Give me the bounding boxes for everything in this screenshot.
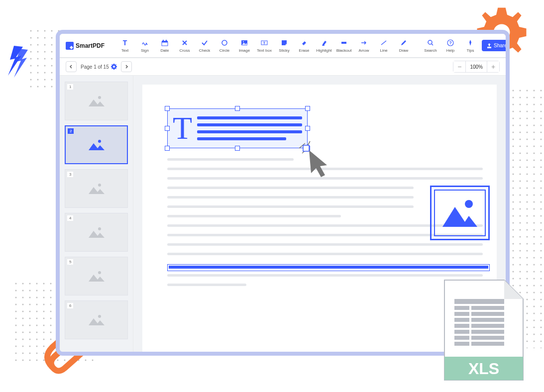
- svg-rect-39: [454, 324, 469, 328]
- svg-rect-36: [471, 312, 504, 316]
- blackout-tool[interactable]: Blackout: [334, 39, 353, 53]
- tool-label: Line: [380, 48, 387, 53]
- svg-point-9: [222, 40, 227, 45]
- sticky-tool[interactable]: Sticky: [275, 39, 294, 53]
- blackout-icon: [340, 39, 347, 47]
- xls-file-badge: XLS: [439, 278, 527, 385]
- sub-toolbar: Page 1 of 15 − 100% +: [60, 58, 506, 76]
- text-tool[interactable]: TText: [115, 39, 134, 53]
- tips-tool[interactable]: Tips: [461, 39, 480, 53]
- text-lines-preview: [197, 116, 302, 140]
- page-thumbnail[interactable]: 3: [65, 169, 128, 208]
- tools-group: TTextSignDateCrossCheckCircleImageTText …: [115, 39, 413, 53]
- zoom-control: − 100% +: [453, 61, 500, 73]
- thumbnail-number: 1: [67, 84, 73, 90]
- tool-label: Check: [199, 48, 211, 53]
- check-tool[interactable]: Check: [195, 39, 214, 53]
- page-thumbnail[interactable]: 4: [65, 213, 128, 252]
- circle-tool[interactable]: Circle: [215, 39, 234, 53]
- page-thumbnail[interactable]: 2: [65, 125, 128, 164]
- svg-text:T: T: [263, 41, 266, 45]
- page-thumbnail[interactable]: 5: [65, 257, 128, 295]
- tool-label: Circle: [219, 48, 229, 53]
- circle-icon: [221, 39, 228, 47]
- page-info: Page 1 of 15: [81, 64, 117, 70]
- share-icon: [487, 43, 492, 48]
- tool-label: Cross: [180, 48, 190, 53]
- svg-point-21: [98, 96, 101, 99]
- thumbnail-image-icon: [87, 137, 107, 152]
- svg-rect-14: [322, 45, 325, 46]
- zoom-out-button[interactable]: −: [453, 61, 465, 72]
- image-tool[interactable]: Image: [235, 39, 254, 53]
- line-tool[interactable]: Line: [374, 39, 393, 53]
- resize-handle[interactable]: [165, 146, 170, 151]
- page-info-text: Page 1 of 15: [81, 64, 109, 70]
- svg-rect-38: [471, 318, 504, 322]
- svg-point-31: [465, 200, 473, 208]
- zoom-in-button[interactable]: +: [487, 61, 499, 72]
- sign-icon: [141, 39, 148, 47]
- svg-line-16: [381, 41, 386, 45]
- draw-tool[interactable]: Draw: [394, 39, 413, 53]
- svg-point-25: [98, 271, 101, 274]
- tool-label: Help: [446, 48, 454, 53]
- svg-rect-35: [454, 312, 469, 316]
- page-thumbnail[interactable]: 6: [65, 300, 128, 339]
- app-name: SmartPDF: [76, 42, 105, 49]
- image-icon: [440, 197, 480, 229]
- svg-rect-46: [471, 342, 504, 346]
- search-tool[interactable]: Search: [421, 39, 440, 53]
- tool-label: Image: [239, 48, 250, 53]
- text-icon: T: [121, 39, 128, 47]
- highlight-tool[interactable]: Highlight: [315, 39, 333, 53]
- svg-rect-45: [454, 342, 469, 346]
- tool-label: Draw: [399, 48, 409, 53]
- tool-label: Sign: [141, 48, 149, 53]
- selected-line-bar[interactable]: [167, 264, 490, 271]
- chevron-left-icon: [69, 65, 73, 69]
- chevron-right-icon: [124, 65, 128, 69]
- tool-label: Arrow: [359, 48, 369, 53]
- cross-icon: [181, 39, 188, 47]
- resize-handle[interactable]: [165, 126, 170, 131]
- tool-label: Erase: [299, 48, 310, 53]
- thumbnail-number: 2: [68, 128, 74, 134]
- resize-handle[interactable]: [235, 146, 240, 151]
- arrow-tool[interactable]: Arrow: [354, 39, 373, 53]
- resize-handle[interactable]: [305, 106, 310, 111]
- cursor-icon: [298, 140, 338, 180]
- tool-label: Search: [424, 48, 436, 53]
- erase-tool[interactable]: Erase: [295, 39, 314, 53]
- svg-rect-7: [163, 40, 164, 41]
- svg-point-23: [98, 184, 101, 187]
- next-page-button[interactable]: [121, 61, 132, 72]
- date-tool[interactable]: Date: [155, 39, 174, 53]
- svg-rect-15: [341, 42, 346, 44]
- thumbnail-number: 6: [67, 303, 73, 308]
- search-icon: [427, 39, 434, 47]
- tool-label: Sticky: [279, 48, 289, 53]
- line-icon: [380, 39, 387, 47]
- svg-text:T: T: [123, 39, 127, 46]
- svg-rect-6: [162, 42, 168, 46]
- text-selection-box[interactable]: T: [167, 108, 308, 148]
- page-thumbnail[interactable]: 1: [65, 82, 128, 120]
- resize-handle[interactable]: [235, 106, 240, 111]
- cross-tool[interactable]: Cross: [175, 39, 194, 53]
- tool-label: Tips: [467, 48, 474, 53]
- textbox-icon: T: [261, 39, 268, 47]
- pager: Page 1 of 15: [66, 61, 132, 72]
- sign-tool[interactable]: Sign: [135, 39, 154, 53]
- image-placeholder-box[interactable]: [430, 186, 490, 240]
- prev-page-button[interactable]: [66, 61, 77, 72]
- resize-handle[interactable]: [165, 106, 170, 111]
- page-settings-icon[interactable]: [111, 64, 117, 70]
- check-icon: [201, 39, 208, 47]
- app-logo[interactable]: SmartPDF: [66, 42, 105, 50]
- textbox-tool[interactable]: TText box: [255, 39, 274, 53]
- svg-rect-30: [303, 145, 309, 151]
- share-button[interactable]: Share: [482, 40, 510, 51]
- resize-handle[interactable]: [305, 126, 310, 131]
- help-tool[interactable]: ?Help: [441, 39, 460, 53]
